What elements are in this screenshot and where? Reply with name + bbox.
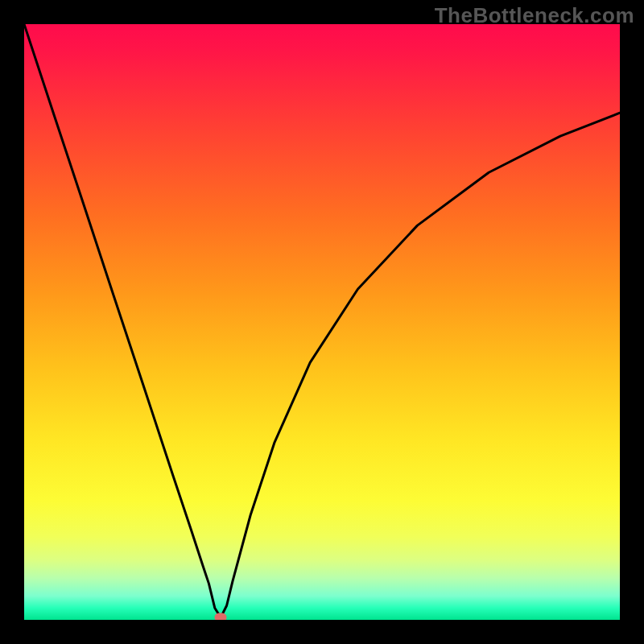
chart-frame: TheBottleneck.com (0, 0, 644, 644)
watermark-text: TheBottleneck.com (435, 3, 634, 28)
curve-svg (24, 24, 620, 620)
optimum-marker (215, 613, 227, 620)
bottleneck-curve (24, 24, 620, 617)
plot-area (24, 24, 620, 620)
